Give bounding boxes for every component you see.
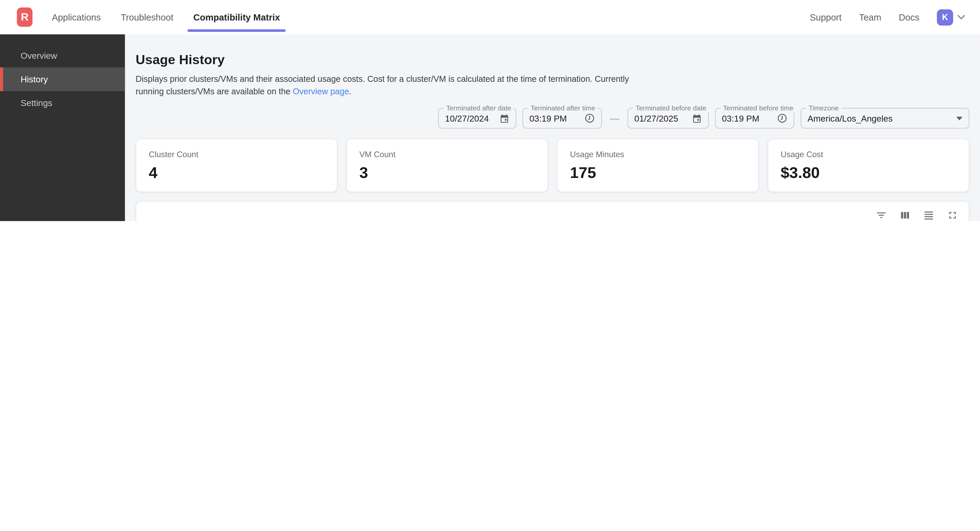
field-label: Terminated after date xyxy=(444,104,514,112)
avatar[interactable]: K xyxy=(937,9,953,25)
clock-icon[interactable] xyxy=(777,113,788,124)
stat-label: Usage Cost xyxy=(781,150,956,159)
top-nav: R Applications Troubleshoot Compatibilit… xyxy=(0,0,980,34)
nav-item-compatibility-matrix[interactable]: Compatibility Matrix xyxy=(193,12,280,22)
field-value: America/Los_Angeles xyxy=(808,113,892,123)
fullscreen-icon[interactable] xyxy=(946,209,959,221)
nav-item-support[interactable]: Support xyxy=(810,12,842,22)
stat-card-cluster-count: Cluster Count 4 xyxy=(135,138,337,192)
page-title: Usage History xyxy=(135,52,969,68)
terminated-after-time-field[interactable]: Terminated after time 03:19 PM xyxy=(522,108,602,128)
field-value: 03:19 PM xyxy=(529,113,567,123)
clock-icon[interactable] xyxy=(584,113,595,124)
filter-row: Terminated after date 10/27/2024 Termina… xyxy=(135,108,969,128)
stat-value: 3 xyxy=(360,163,535,182)
stat-card-usage-cost: Usage Cost $3.80 xyxy=(767,138,969,192)
dropdown-arrow-icon xyxy=(956,116,963,120)
main-content: Usage History Displays prior clusters/VM… xyxy=(125,34,980,221)
overview-page-link[interactable]: Overview page xyxy=(293,87,349,96)
field-value: 01/27/2025 xyxy=(634,113,678,123)
sidebar-item-overview[interactable]: Overview xyxy=(0,44,125,67)
nav-item-team[interactable]: Team xyxy=(859,12,881,22)
secondary-nav: Support Team Docs K xyxy=(810,9,965,25)
description-text: Displays prior clusters/VMs and their as… xyxy=(135,74,629,96)
calendar-icon[interactable] xyxy=(500,113,509,123)
sidebar-item-history[interactable]: History xyxy=(0,67,125,91)
field-value: 03:19 PM xyxy=(722,113,759,123)
description-period: . xyxy=(349,87,352,96)
sidebar-item-settings[interactable]: Settings xyxy=(0,91,125,115)
field-value: 10/27/2024 xyxy=(445,113,489,123)
page-description: Displays prior clusters/VMs and their as… xyxy=(135,73,630,98)
usage-history-table-card: ActionsName↑↓By↑↓Cost↑↓Distribution↑↓Typ… xyxy=(135,201,969,221)
range-separator: — xyxy=(610,113,619,124)
sidebar: Overview History Settings xyxy=(0,34,125,221)
app-window: R Applications Troubleshoot Compatibilit… xyxy=(0,0,980,221)
terminated-before-date-field[interactable]: Terminated before date 01/27/2025 xyxy=(628,108,709,128)
stat-value: $3.80 xyxy=(781,163,956,182)
stat-label: Usage Minutes xyxy=(570,150,746,159)
primary-nav: Applications Troubleshoot Compatibility … xyxy=(52,12,280,22)
nav-item-troubleshoot[interactable]: Troubleshoot xyxy=(121,12,173,22)
calendar-icon[interactable] xyxy=(692,113,702,123)
filter-icon[interactable] xyxy=(875,209,888,221)
field-label: Terminated before time xyxy=(721,104,796,112)
nav-item-docs[interactable]: Docs xyxy=(899,12,919,22)
replicated-logo[interactable]: R xyxy=(17,8,32,27)
stat-label: Cluster Count xyxy=(149,150,325,159)
chevron-down-icon xyxy=(958,14,965,19)
field-label: Terminated after time xyxy=(528,104,598,112)
table-toolbar xyxy=(136,209,969,221)
field-label: Timezone xyxy=(806,104,841,112)
stat-value: 4 xyxy=(149,163,325,182)
terminated-before-time-field[interactable]: Terminated before time 03:19 PM xyxy=(715,108,794,128)
columns-icon[interactable] xyxy=(899,209,912,221)
terminated-after-date-field[interactable]: Terminated after date 10/27/2024 xyxy=(438,108,516,128)
stat-label: VM Count xyxy=(360,150,535,159)
stat-card-vm-count: VM Count 3 xyxy=(346,138,548,192)
account-menu[interactable]: K xyxy=(937,9,965,25)
stat-card-usage-minutes: Usage Minutes 175 xyxy=(557,138,759,192)
timezone-select[interactable]: Timezone America/Los_Angeles xyxy=(800,108,969,128)
stat-cards: Cluster Count 4 VM Count 3 Usage Minutes… xyxy=(135,138,969,192)
stat-value: 175 xyxy=(570,163,746,182)
density-icon[interactable] xyxy=(923,209,935,221)
field-label: Terminated before date xyxy=(633,104,709,112)
nav-item-applications[interactable]: Applications xyxy=(52,12,101,22)
